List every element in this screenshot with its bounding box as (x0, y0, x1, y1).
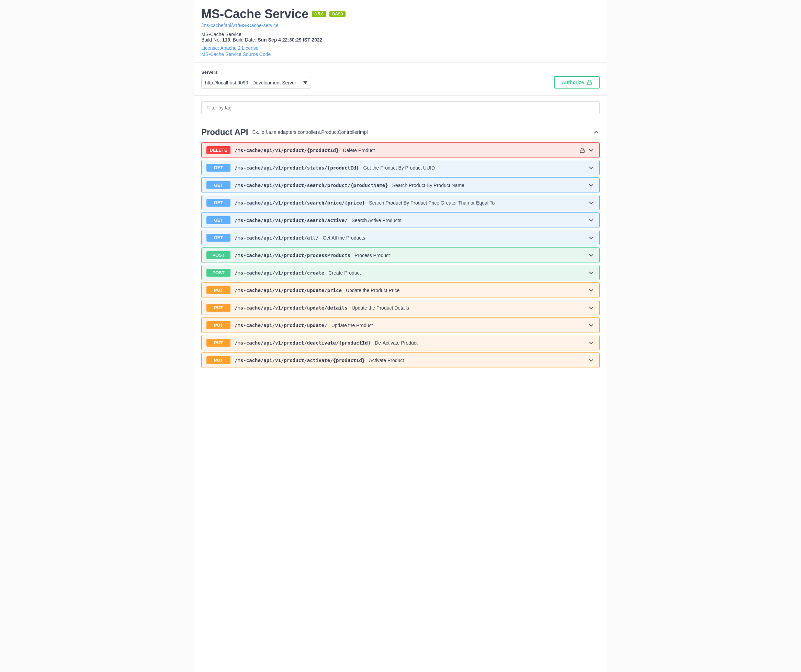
filter-section (195, 96, 606, 120)
endpoint-lock-icon (579, 148, 585, 153)
endpoint-actions (588, 357, 595, 364)
endpoint-summary: Search Product By Product Name (392, 183, 584, 188)
authorize-label: Authorize (561, 80, 584, 85)
endpoint-summary: Delete Product (343, 148, 575, 153)
lock-icon (587, 80, 592, 85)
service-name-label: MS-Cache Service (201, 32, 241, 37)
version-badge: 0.5.0 (312, 11, 326, 17)
header-section: MS-Cache Service 0.5.0 OAS3 /ms-cache/ap… (195, 0, 606, 63)
endpoint-path: /ms-cache/api/v1/product/search/product/… (235, 183, 388, 188)
method-badge: GET (206, 234, 230, 242)
endpoint-path: /ms-cache/api/v1/product/update/details (235, 305, 347, 311)
endpoint-summary: Get the Product By Product UUID (363, 165, 584, 171)
method-badge: POST (206, 269, 230, 277)
endpoint-row[interactable]: PUT/ms-cache/api/v1/product/activate/{pr… (201, 353, 600, 368)
api-section-title: Product API (201, 127, 248, 137)
endpoint-actions (588, 234, 595, 241)
build-label: Build No: 119, Build Date: Sun Sep 4 22:… (201, 37, 323, 43)
endpoint-row[interactable]: PUT/ms-cache/api/v1/product/update/price… (201, 282, 600, 298)
method-badge: PUT (206, 304, 230, 312)
endpoint-summary: Process Product (354, 253, 584, 258)
api-section-header: Product API Ex. io.f.a.m.adapters.contro… (201, 123, 600, 143)
server-select[interactable]: http://localhost:9090 - Development Serv… (201, 77, 311, 88)
endpoint-row[interactable]: POST/ms-cache/api/v1/product/createCreat… (201, 265, 600, 281)
build-number: 119 (222, 37, 230, 43)
endpoint-row[interactable]: GET/ms-cache/api/v1/product/search/activ… (201, 212, 600, 228)
endpoint-row[interactable]: PUT/ms-cache/api/v1/product/deactivate/{… (201, 335, 600, 350)
endpoint-actions (579, 147, 595, 154)
source-link[interactable]: MS-Cache Service Source Code (201, 51, 600, 57)
server-select-wrapper: Servers http://localhost:9090 - Developm… (201, 70, 311, 88)
endpoint-actions (588, 217, 595, 224)
endpoint-summary: Search Active Products (352, 218, 584, 223)
endpoint-path: /ms-cache/api/v1/product/deactivate/{pro… (235, 340, 371, 346)
method-badge: PUT (206, 286, 230, 294)
endpoint-row[interactable]: GET/ms-cache/api/v1/product/all/Get All … (201, 230, 600, 245)
method-badge: GET (206, 181, 230, 189)
filter-input[interactable] (201, 101, 600, 114)
app-title: MS-Cache Service (201, 7, 309, 21)
endpoint-row[interactable]: GET/ms-cache/api/v1/product/search/price… (201, 195, 600, 210)
endpoint-summary: Get All the Products (323, 235, 584, 241)
method-badge: GET (206, 199, 230, 207)
method-badge: GET (206, 164, 230, 172)
chevron-down-icon[interactable] (588, 147, 595, 154)
endpoint-row[interactable]: GET/ms-cache/api/v1/product/search/produ… (201, 178, 600, 193)
chevron-down-icon[interactable] (588, 357, 595, 364)
endpoint-row[interactable]: GET/ms-cache/api/v1/product/status/{prod… (201, 160, 600, 175)
product-api-section: Product API Ex. io.f.a.m.adapters.contro… (195, 120, 606, 371)
endpoint-row[interactable]: PUT/ms-cache/api/v1/product/update/detai… (201, 300, 600, 315)
endpoint-path: /ms-cache/api/v1/product/search/active/ (235, 218, 347, 223)
oas-badge: OAS3 (330, 11, 346, 17)
endpoint-path: /ms-cache/api/v1/product/update/price (235, 288, 342, 293)
servers-section: Servers http://localhost:9090 - Developm… (195, 63, 606, 96)
chevron-down-icon[interactable] (588, 164, 595, 171)
endpoint-path: /ms-cache/api/v1/product/{productId} (235, 148, 339, 153)
endpoint-actions (588, 340, 595, 346)
endpoint-path: /ms-cache/api/v1/product/update/ (235, 322, 327, 328)
endpoint-row[interactable]: DELETE/ms-cache/api/v1/product/{productI… (201, 143, 600, 158)
endpoint-summary: Update the Product (331, 322, 584, 328)
endpoint-actions (588, 322, 595, 329)
chevron-down-icon[interactable] (588, 305, 595, 311)
endpoint-path: /ms-cache/api/v1/product/all/ (235, 235, 318, 241)
endpoint-summary: Activate Product (369, 358, 584, 363)
collapse-icon[interactable] (593, 129, 600, 136)
api-section-desc: Ex. io.f.a.m.adapters.controllers.Produc… (252, 129, 368, 135)
endpoint-row[interactable]: PUT/ms-cache/api/v1/product/update/Updat… (201, 318, 600, 333)
method-badge: POST (206, 251, 230, 259)
endpoint-actions (588, 305, 595, 311)
build-date: Sun Sep 4 22:30:29 IST 2022 (257, 37, 322, 43)
chevron-down-icon[interactable] (588, 234, 595, 241)
svg-rect-0 (587, 82, 592, 85)
endpoint-path: /ms-cache/api/v1/product/search/price/{p… (235, 200, 365, 205)
chevron-down-icon[interactable] (588, 340, 595, 346)
endpoint-summary: Create Product (328, 270, 584, 276)
endpoint-path: /ms-cache/api/v1/product/create (235, 270, 324, 276)
api-path-link[interactable]: /ms-cache/api/v1/MS-Cache-service (201, 22, 278, 28)
chevron-down-icon[interactable] (588, 287, 595, 294)
chevron-down-icon[interactable] (588, 199, 595, 206)
endpoint-path: /ms-cache/api/v1/product/activate/{produ… (235, 358, 365, 363)
endpoint-actions (588, 269, 595, 276)
chevron-down-icon[interactable] (588, 182, 595, 189)
endpoint-path: /ms-cache/api/v1/product/processProducts (235, 253, 351, 258)
method-badge: PUT (206, 356, 230, 364)
endpoint-actions (588, 287, 595, 294)
endpoint-actions (588, 182, 595, 189)
chevron-down-icon[interactable] (588, 252, 595, 259)
build-info: MS-Cache Service Build No: 119, Build Da… (201, 32, 600, 43)
chevron-down-icon[interactable] (588, 269, 595, 276)
method-badge: PUT (206, 321, 230, 329)
authorize-button[interactable]: Authorize (554, 76, 600, 88)
endpoint-summary: De-Activate Product (375, 340, 584, 346)
endpoint-row[interactable]: POST/ms-cache/api/v1/product/processProd… (201, 247, 600, 263)
endpoint-summary: Search Product By Product Price Greater … (369, 200, 584, 205)
chevron-down-icon[interactable] (588, 322, 595, 329)
license-link[interactable]: License: Apache 2 License (201, 45, 600, 51)
endpoint-path: /ms-cache/api/v1/product/status/{product… (235, 165, 359, 171)
chevron-down-icon[interactable] (588, 217, 595, 224)
endpoint-actions (588, 164, 595, 171)
api-title-row: Product API Ex. io.f.a.m.adapters.contro… (201, 127, 368, 137)
method-badge: PUT (206, 339, 230, 346)
